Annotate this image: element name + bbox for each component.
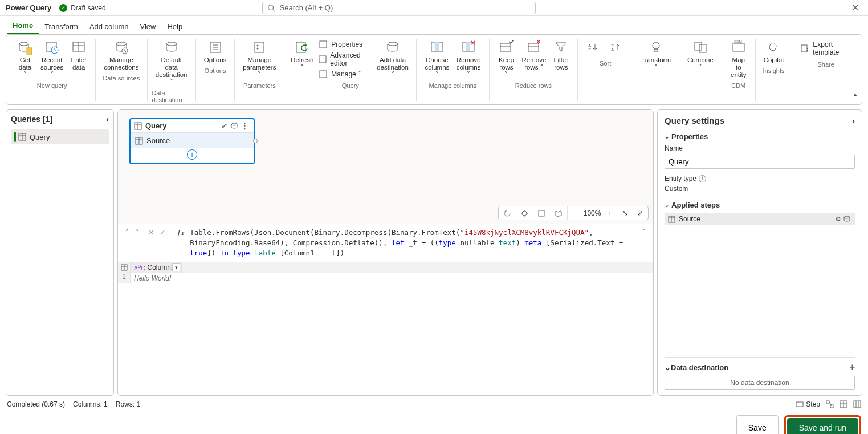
undo-button[interactable] bbox=[499, 206, 516, 220]
minimap-button[interactable] bbox=[550, 206, 567, 220]
data-grid[interactable]: ABC Column1 ▾ 1 Hello World! bbox=[118, 262, 653, 395]
enter-data-button[interactable]: Enter data bbox=[67, 37, 91, 81]
keep-rows-button[interactable]: Keep rows ˅ bbox=[494, 37, 519, 81]
add-step-button[interactable]: + bbox=[131, 148, 254, 163]
fit-button[interactable] bbox=[516, 206, 533, 220]
destination-icon bbox=[164, 39, 180, 55]
group-data-destination-label: Data destination bbox=[152, 90, 190, 103]
tab-view[interactable]: View bbox=[135, 19, 162, 34]
cancel-formula-button[interactable]: ✕ bbox=[146, 228, 156, 237]
recent-sources-button[interactable]: Recent sources ˅ bbox=[37, 37, 67, 81]
close-button[interactable]: ✕ bbox=[848, 2, 862, 13]
add-data-destination-button[interactable]: Add data destination ˅ bbox=[374, 37, 412, 81]
step-destination-icon[interactable] bbox=[842, 216, 851, 222]
query-item[interactable]: Query bbox=[11, 129, 109, 144]
remove-columns-button[interactable]: Remove columns ˅ bbox=[453, 37, 484, 81]
svg-text:CDM: CDM bbox=[734, 40, 742, 43]
fullscreen-button[interactable] bbox=[533, 206, 550, 220]
sort-desc-icon: ZA bbox=[609, 39, 625, 55]
cell[interactable]: Hello World! bbox=[131, 273, 182, 283]
expand-diagram-button[interactable]: ⤢ bbox=[633, 206, 648, 220]
data-destination-toggle[interactable]: ⌄ Data destination + bbox=[665, 362, 855, 372]
manage-connections-button[interactable]: Manage connections bbox=[100, 37, 142, 74]
diagram-step-source[interactable]: Source bbox=[131, 133, 254, 148]
schema-view-button[interactable] bbox=[853, 400, 861, 408]
column-dropdown-button[interactable]: ▾ bbox=[172, 263, 180, 271]
applied-step-source[interactable]: Source ⚙ bbox=[665, 213, 855, 225]
svg-rect-16 bbox=[255, 42, 264, 52]
tab-help[interactable]: Help bbox=[161, 19, 188, 34]
diagram-view-button[interactable] bbox=[826, 400, 834, 408]
svg-point-69 bbox=[844, 216, 850, 218]
table-row[interactable]: 1 Hello World! bbox=[118, 273, 653, 283]
sort-asc-button[interactable]: AZ bbox=[582, 37, 605, 59]
column-header-column1[interactable]: ABC Column1 ▾ bbox=[131, 262, 182, 273]
add-destination-icon bbox=[385, 39, 401, 55]
sort-desc-button[interactable]: ZA bbox=[605, 37, 628, 59]
entity-type-label: Entity type bbox=[665, 175, 696, 182]
step-next-button[interactable]: ˅ bbox=[133, 228, 142, 237]
group-share-label: Share bbox=[817, 61, 834, 68]
tab-transform[interactable]: Transform bbox=[39, 19, 84, 34]
map-to-entity-button[interactable]: CDMMap to entity bbox=[727, 37, 751, 81]
formula-text[interactable]: Table.FromRows(Json.Document(Binary.Deco… bbox=[190, 228, 640, 258]
commit-formula-button[interactable]: ✓ bbox=[158, 228, 167, 237]
choose-columns-button[interactable]: Choose columns ˅ bbox=[421, 37, 453, 81]
tab-add-column[interactable]: Add column bbox=[84, 19, 135, 34]
applied-steps-toggle[interactable]: ⌄Applied steps bbox=[665, 201, 855, 209]
options-button[interactable]: Options bbox=[201, 37, 230, 66]
refresh-button[interactable]: Refresh ˅ bbox=[289, 37, 315, 81]
plus-icon: + bbox=[187, 149, 197, 160]
svg-text:Z: Z bbox=[588, 47, 591, 51]
diagram-query-card[interactable]: Query ⤢ ⋮ Source + bbox=[129, 118, 255, 164]
save-button[interactable]: Save bbox=[736, 415, 779, 434]
manage-query-button[interactable]: Manage ˅ bbox=[315, 68, 373, 80]
tab-home[interactable]: Home bbox=[7, 18, 39, 34]
zoom-out-button[interactable]: − bbox=[568, 206, 581, 220]
formula-expand-button[interactable]: ˄ bbox=[640, 228, 649, 236]
queries-pane: Queries [1] ‹ Query bbox=[6, 109, 114, 396]
collapse-diagram-button[interactable]: ⤡ bbox=[617, 206, 633, 220]
ribbon-collapse-button[interactable]: ˄ bbox=[853, 93, 857, 102]
export-template-button[interactable]: Export template bbox=[797, 37, 855, 60]
table-view-button[interactable] bbox=[840, 400, 847, 408]
transform-button[interactable]: Transform ˅ bbox=[638, 37, 674, 74]
step-name: Source bbox=[679, 215, 700, 223]
remove-rows-button[interactable]: Remove rows ˅ bbox=[519, 37, 549, 81]
svg-rect-20 bbox=[320, 41, 327, 48]
diagram-view[interactable]: Query ⤢ ⋮ Source + − bbox=[118, 110, 653, 224]
search-input[interactable]: Search (Alt + Q) bbox=[262, 2, 536, 14]
card-destination-icon[interactable] bbox=[229, 123, 239, 129]
advanced-editor-button[interactable]: Advanced editor bbox=[315, 50, 373, 68]
svg-rect-46 bbox=[801, 45, 807, 52]
filter-rows-button[interactable]: Filter rows bbox=[549, 37, 573, 81]
expand-icon[interactable]: ⤢ bbox=[219, 121, 229, 130]
step-settings-icon[interactable]: ⚙ bbox=[834, 215, 842, 223]
svg-point-57 bbox=[522, 211, 527, 216]
properties-section-toggle[interactable]: ⌄Properties bbox=[665, 132, 855, 141]
connection-node[interactable] bbox=[253, 139, 258, 143]
queries-collapse-icon[interactable]: ‹ bbox=[106, 115, 109, 124]
step-view-button[interactable]: Step bbox=[796, 400, 820, 408]
combine-button[interactable]: Combine ˅ bbox=[684, 37, 717, 74]
info-icon[interactable]: i bbox=[699, 175, 706, 182]
table-icon bbox=[71, 39, 87, 55]
group-options-label: Options bbox=[205, 67, 226, 74]
manage-parameters-button[interactable]: Manage parameters ˅ bbox=[239, 37, 279, 81]
properties-button[interactable]: Properties bbox=[315, 39, 373, 50]
query-name-input[interactable] bbox=[665, 155, 855, 169]
add-destination-button[interactable]: + bbox=[850, 362, 855, 372]
select-all-button[interactable] bbox=[118, 262, 131, 273]
properties-icon bbox=[319, 40, 328, 49]
zoom-in-button[interactable]: + bbox=[603, 206, 617, 220]
fx-icon[interactable]: ƒ𝑥 bbox=[177, 228, 184, 237]
database-icon bbox=[17, 39, 33, 55]
step-prev-button[interactable]: ˄ bbox=[123, 228, 132, 237]
default-destination-button[interactable]: Default data destination ˅ bbox=[152, 37, 190, 88]
get-data-button[interactable]: Get data ˅ bbox=[13, 37, 37, 81]
settings-collapse-icon[interactable]: › bbox=[852, 116, 855, 125]
more-icon[interactable]: ⋮ bbox=[239, 121, 250, 130]
copilot-button[interactable]: Copilot bbox=[760, 37, 788, 66]
svg-line-1 bbox=[272, 9, 275, 11]
save-and-run-button[interactable]: Save and run bbox=[787, 418, 858, 434]
